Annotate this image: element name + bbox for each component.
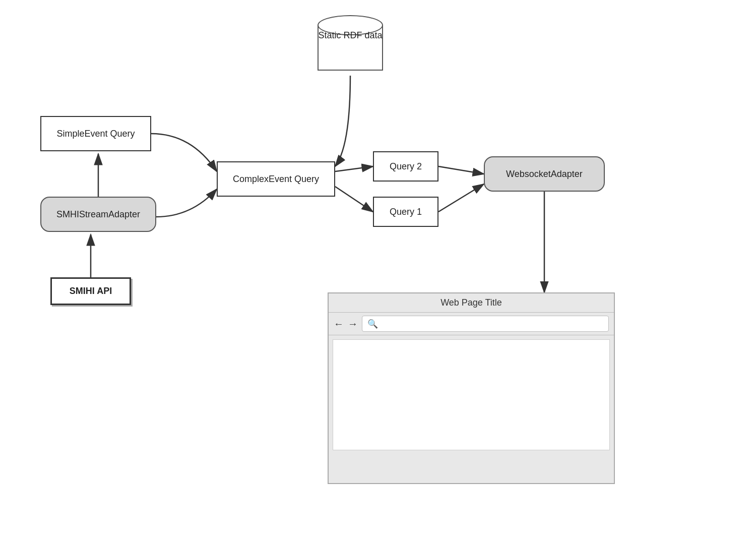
search-bar[interactable]: 🔍 [362,316,609,332]
webpage-title: Web Page Title [440,297,502,308]
query2-node: Query 2 [373,151,438,182]
simple-event-query-label: SimpleEvent Query [56,129,135,139]
forward-button[interactable]: → [348,318,358,330]
query1-node: Query 1 [373,197,438,227]
websocket-adapter-label: WebsocketAdapter [506,169,583,180]
smhi-api-label: SMIHI API [70,286,112,296]
complex-event-query-label: ComplexEvent Query [233,174,319,185]
query2-label: Query 2 [390,161,422,172]
simple-event-query-node: SimpleEvent Query [40,116,151,151]
webpage-titlebar: Web Page Title [329,293,614,313]
webpage-toolbar: ← → 🔍 [329,313,614,335]
diagram: Static RDF data SimpleEvent Query SMHISt… [0,0,756,538]
static-rdf-label: Static RDF data [318,30,383,41]
smhi-adapter-node: SMHIStreamAdapter [40,197,156,232]
static-rdf-node: Static RDF data [318,15,383,76]
query1-label: Query 1 [390,207,422,217]
smhi-adapter-label: SMHIStreamAdapter [56,209,140,220]
webpage-content-area [333,339,610,450]
websocket-adapter-node: WebsocketAdapter [484,156,605,192]
complex-event-query-node: ComplexEvent Query [217,161,335,197]
webpage-mockup: Web Page Title ← → 🔍 [328,292,615,484]
back-button[interactable]: ← [334,318,344,330]
search-icon: 🔍 [367,319,378,329]
smhi-api-node: SMIHI API [50,277,131,305]
